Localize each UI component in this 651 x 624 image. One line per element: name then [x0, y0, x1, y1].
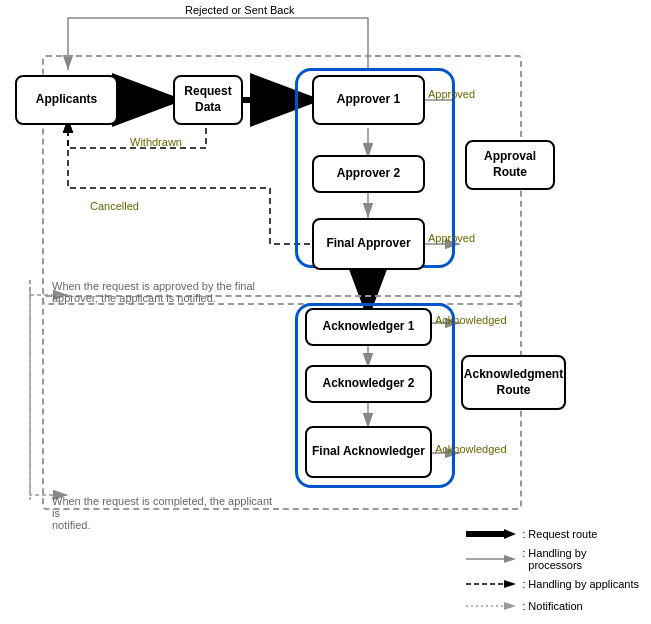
applicants-label: Applicants — [36, 92, 97, 108]
legend-applicants: : Handling by applicants — [466, 575, 639, 593]
notification-top-text: When the request is approved by the fina… — [52, 280, 282, 304]
svg-marker-5 — [504, 529, 516, 539]
request-data-label: Request Data — [175, 84, 241, 115]
legend-handling-icon — [466, 550, 516, 568]
withdrawn-label: Withdrawn — [130, 136, 182, 148]
legend-request-route: : Request route — [466, 525, 639, 543]
acknowledged1-label: Acknowledged — [435, 314, 507, 326]
rejected-label: Rejected or Sent Back — [185, 4, 294, 16]
legend-applicants-icon — [466, 575, 516, 593]
legend-request-route-label: : Request route — [522, 528, 597, 540]
notification-bottom-text: When the request is completed, the appli… — [52, 495, 282, 531]
approver1-label: Approver 1 — [337, 92, 400, 108]
acknowledger1-box: Acknowledger 1 — [305, 308, 432, 346]
legend-applicants-label: : Handling by applicants — [522, 578, 639, 590]
approved1-label: Approved — [428, 88, 475, 100]
cancelled-label: Cancelled — [90, 200, 139, 212]
final-approver-box: Final Approver — [312, 218, 425, 270]
approval-route-label: Approval Route — [467, 149, 553, 180]
legend-notification-label: : Notification — [522, 600, 583, 612]
legend-notification: : Notification — [466, 597, 639, 615]
final-approver-label: Final Approver — [326, 236, 410, 252]
svg-marker-7 — [504, 555, 516, 563]
legend-handling-label: : Handling by processors — [522, 547, 586, 571]
approver2-box: Approver 2 — [312, 155, 425, 193]
acknowledgment-route-label: Acknowledgment Route — [463, 367, 564, 398]
applicants-box: Applicants — [15, 75, 118, 125]
legend: : Request route : Handling by processors… — [466, 525, 639, 619]
legend-request-route-icon — [466, 525, 516, 543]
acknowledgment-route-box: Acknowledgment Route — [461, 355, 566, 410]
final-acknowledger-box: Final Acknowledger — [305, 426, 432, 478]
approval-route-box: Approval Route — [465, 140, 555, 190]
diagram-container: Applicants Request Data Approver 1 Appro… — [0, 0, 651, 624]
acknowledger2-box: Acknowledger 2 — [305, 365, 432, 403]
acknowledged2-label: Acknowledged — [435, 443, 507, 455]
svg-marker-11 — [504, 602, 516, 610]
legend-notification-icon — [466, 597, 516, 615]
approved2-label: Approved — [428, 232, 475, 244]
request-data-box: Request Data — [173, 75, 243, 125]
svg-marker-9 — [504, 580, 516, 588]
legend-handling: : Handling by processors — [466, 547, 639, 571]
acknowledger2-label: Acknowledger 2 — [322, 376, 414, 392]
approver1-box: Approver 1 — [312, 75, 425, 125]
acknowledger1-label: Acknowledger 1 — [322, 319, 414, 335]
final-acknowledger-label: Final Acknowledger — [312, 444, 425, 460]
approver2-label: Approver 2 — [337, 166, 400, 182]
